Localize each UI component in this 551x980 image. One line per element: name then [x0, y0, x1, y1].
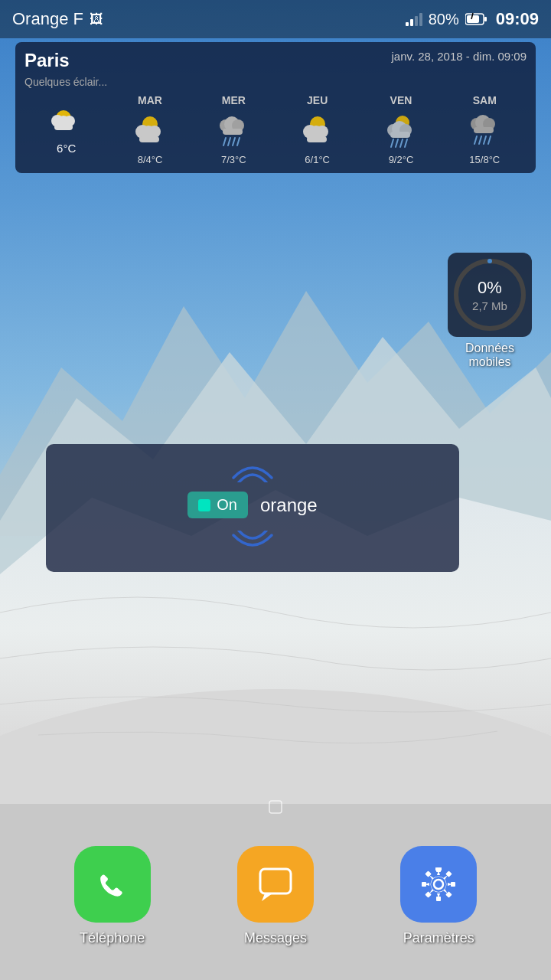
weather-sam-temp: 15/8°C	[469, 154, 500, 165]
wifi-toggle-button[interactable]: On	[187, 492, 248, 518]
weather-sam-label: SAM	[473, 94, 497, 106]
messages-app-label: Messages	[244, 930, 307, 946]
data-percentage: 0%	[478, 278, 502, 298]
svg-line-46	[474, 136, 477, 144]
weather-widget[interactable]: Paris janv. 28, 2018 - dim. 09:09 Quelqu…	[15, 42, 536, 173]
weather-days: 6°C MAR 8/4°C MER	[24, 94, 527, 165]
dock-item-phone[interactable]: Téléphone	[74, 846, 151, 946]
status-right: 80% 09:09	[406, 9, 539, 29]
svg-line-27	[237, 138, 240, 145]
weather-sam-icon	[464, 109, 505, 151]
svg-line-47	[479, 136, 481, 144]
svg-rect-45	[474, 127, 494, 133]
weather-mer-icon	[213, 109, 254, 151]
wifi-on-label: On	[217, 496, 237, 514]
dock-item-settings[interactable]: Paramètres	[400, 846, 477, 946]
svg-line-38	[391, 139, 393, 147]
weather-current: Quelques éclair...	[24, 76, 527, 88]
phone-app-icon[interactable]	[74, 846, 151, 923]
svg-line-26	[233, 138, 235, 145]
weather-date: janv. 28, 2018 - dim. 09:09	[392, 50, 527, 63]
weather-mar-icon	[129, 109, 171, 151]
weather-today-icon	[46, 97, 87, 139]
weather-day-mar: MAR 8/4°C	[108, 94, 191, 165]
svg-rect-63	[422, 882, 426, 887]
weather-day-sam: SAM 15/8°C	[443, 94, 527, 165]
signal-bar-3	[415, 16, 418, 26]
wifi-toggle-indicator	[198, 499, 210, 511]
weather-day-today: 6°C	[24, 94, 108, 165]
svg-marker-54	[262, 893, 272, 901]
svg-rect-7	[484, 17, 487, 21]
data-label: Donnéesmobiles	[465, 341, 514, 369]
weather-header: Paris janv. 28, 2018 - dim. 09:09	[24, 50, 527, 71]
wifi-network-name: orange	[260, 495, 318, 516]
weather-mer-temp: 7/3°C	[221, 154, 246, 165]
carrier-name: Orange F	[12, 9, 83, 29]
svg-rect-61	[436, 897, 441, 901]
svg-line-40	[400, 139, 403, 147]
weather-mar-temp: 8/4°C	[138, 154, 163, 165]
weather-mer-label: MER	[222, 94, 246, 106]
signal-bar-4	[419, 13, 422, 26]
wifi-top-icon	[230, 456, 276, 485]
data-circle-container: 0% 2,7 Mb	[448, 253, 532, 337]
weather-jeu-temp: 6/1°C	[305, 154, 330, 165]
image-indicator-icon: 🖼	[90, 11, 103, 28]
phone-app-label: Téléphone	[80, 930, 145, 946]
settings-app-label: Paramètres	[403, 930, 474, 946]
weather-today-temp: 6°C	[57, 142, 76, 155]
status-bar: Orange F 🖼 80% 09:09	[0, 0, 551, 38]
signal-bar-1	[406, 22, 409, 26]
battery-percent: 80%	[429, 11, 459, 28]
svg-line-39	[396, 139, 398, 147]
weather-jeu-label: JEU	[307, 94, 328, 106]
weather-jeu-icon	[297, 109, 338, 151]
data-widget[interactable]: 0% 2,7 Mb Donnéesmobiles	[444, 253, 536, 369]
svg-rect-52	[269, 801, 282, 813]
svg-rect-19	[139, 136, 159, 142]
dock-item-messages[interactable]: Messages	[237, 846, 314, 946]
weather-day-ven: VEN 9/2°C	[359, 94, 442, 165]
time-display: 09:09	[496, 9, 539, 29]
svg-line-25	[228, 138, 230, 145]
weather-mar-label: MAR	[138, 94, 162, 106]
svg-line-41	[405, 139, 407, 147]
wifi-widget[interactable]: On orange	[46, 444, 459, 572]
wifi-status-row: On orange	[187, 492, 317, 518]
svg-rect-32	[307, 136, 327, 142]
svg-rect-37	[390, 132, 410, 138]
svg-point-31	[316, 126, 328, 138]
weather-ven-temp: 9/2°C	[389, 154, 414, 165]
svg-rect-14	[54, 124, 73, 130]
home-indicator[interactable]	[266, 798, 285, 819]
svg-rect-57	[436, 867, 441, 872]
battery-icon	[465, 12, 487, 26]
signal-bars	[406, 12, 422, 26]
data-amount: 2,7 Mb	[472, 299, 507, 312]
weather-day-jeu: JEU 6/1°C	[276, 94, 359, 165]
weather-ven-label: VEN	[390, 94, 412, 106]
settings-app-icon[interactable]	[400, 846, 477, 923]
svg-line-49	[488, 136, 491, 144]
svg-line-24	[223, 138, 226, 145]
weather-city: Paris	[24, 50, 70, 71]
wifi-bottom-icon	[230, 531, 276, 560]
messages-app-icon[interactable]	[237, 846, 314, 923]
dock: Téléphone Messages	[0, 827, 551, 980]
svg-rect-8	[467, 15, 479, 23]
svg-rect-23	[223, 129, 243, 135]
weather-ven-icon	[380, 109, 422, 151]
svg-line-48	[484, 136, 486, 144]
weather-day-mer: MER 7/3°C	[192, 94, 276, 165]
svg-rect-59	[451, 882, 455, 887]
svg-rect-53	[260, 869, 291, 893]
signal-bar-2	[410, 19, 413, 26]
status-left: Orange F 🖼	[12, 9, 103, 29]
svg-point-18	[148, 126, 161, 138]
